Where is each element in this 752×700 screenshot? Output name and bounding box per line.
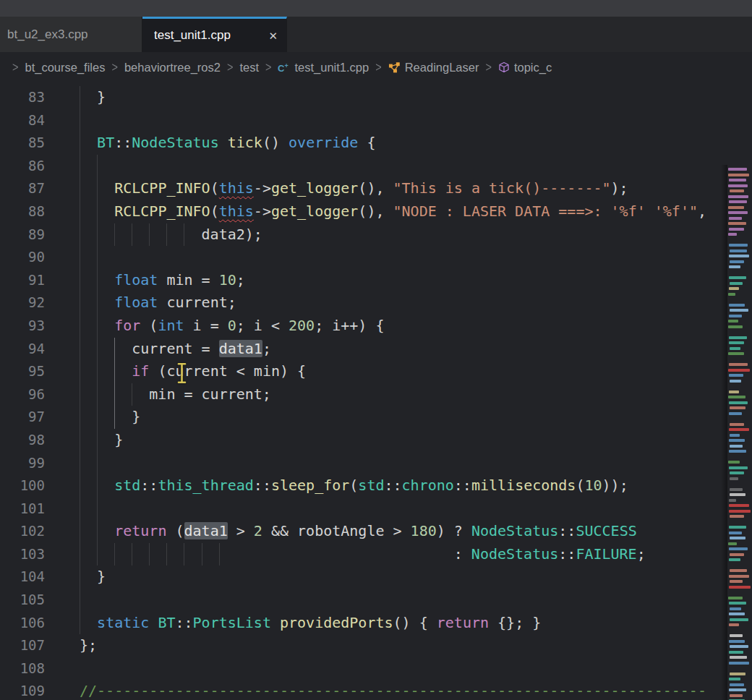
line-number[interactable]: 103	[0, 543, 45, 566]
code-line-104: 104 }	[0, 565, 727, 589]
breadcrumb-item-behaviortree-ros2[interactable]: behaviortree_ros2	[124, 61, 221, 74]
code-line-content[interactable]: min = current;	[45, 383, 727, 406]
line-number[interactable]: 101	[0, 498, 45, 521]
line-number[interactable]: 100	[0, 474, 45, 498]
code-line-content[interactable]: RCLCPP_INFO(this->get_logger(), "This is…	[45, 177, 727, 200]
code-line-content[interactable]: current = data1;	[45, 338, 727, 361]
code-line-content[interactable]: for (int i = 0; i < 200; i++) {	[45, 315, 727, 338]
code-token: ::	[558, 545, 576, 563]
code-line-content[interactable]: : NodeStatus::FAILURE;	[45, 543, 727, 566]
code-line-content[interactable]	[45, 657, 727, 680]
indent-guide	[97, 246, 98, 269]
code-line-content[interactable]: data2);	[45, 223, 727, 247]
code-line-content[interactable]	[45, 589, 727, 612]
breadcrumb-item-topic-c[interactable]: topic_c	[498, 61, 552, 74]
code-line-content[interactable]: if (current < min) {	[45, 360, 727, 383]
minimap-line	[729, 499, 736, 502]
line-number[interactable]: 88	[0, 200, 45, 223]
line-number[interactable]: 96	[0, 383, 45, 406]
code-token: >	[228, 522, 254, 539]
minimap-line	[729, 651, 743, 654]
code-line-105: 105	[0, 589, 727, 612]
code-line-content[interactable]	[45, 498, 727, 521]
indent-guide	[80, 269, 80, 292]
code-token: sleep_for	[271, 477, 349, 494]
code-line-content[interactable]: return (data1 > 2 && robotAngle > 180) ?…	[45, 520, 727, 543]
line-number[interactable]: 92	[0, 291, 45, 315]
code-line-83: 83 }	[0, 86, 727, 109]
breadcrumb-item-readinglaser[interactable]: ReadingLaser	[388, 61, 479, 74]
line-number[interactable]: 102	[0, 520, 45, 543]
code-line-95: 95 if (current < min) {	[0, 360, 727, 383]
indent-guide	[80, 612, 80, 635]
code-line-89: 89 data2);	[0, 223, 727, 247]
minimap-line	[730, 282, 743, 285]
line-number[interactable]: 98	[0, 429, 45, 452]
line-number[interactable]: 86	[0, 155, 45, 178]
line-number[interactable]: 99	[0, 452, 45, 475]
minimap-line	[730, 347, 740, 350]
code-line-content[interactable]: static BT::PortsList providedPorts() { r…	[45, 612, 727, 635]
minimap[interactable]	[727, 165, 752, 700]
code-line-content[interactable]: };	[45, 634, 727, 657]
line-number[interactable]: 105	[0, 589, 45, 612]
indent-guide	[80, 565, 80, 589]
code-line-content[interactable]	[45, 246, 727, 269]
code-line-content[interactable]: std::this_thread::sleep_for(std::chrono:…	[45, 474, 727, 498]
code-token: ::	[140, 477, 158, 494]
indent-guide	[97, 360, 98, 383]
line-number[interactable]: 84	[0, 109, 45, 132]
code-token: 2	[254, 522, 262, 539]
code-token: get_logger	[271, 179, 358, 197]
code-token	[80, 614, 97, 631]
code-token: && robotAngle >	[262, 522, 411, 539]
tab-bt-u2-ex3-cpp[interactable]: bt_u2_ex3.cpp	[0, 17, 142, 52]
code-token: std	[358, 477, 384, 494]
code-token: };	[80, 636, 97, 654]
code-line-content[interactable]	[45, 155, 727, 178]
line-number[interactable]: 95	[0, 360, 45, 383]
line-number[interactable]: 104	[0, 565, 45, 589]
close-icon[interactable]: ✕	[268, 30, 278, 41]
minimap-line	[730, 260, 744, 263]
tab-test-unit1-cpp[interactable]: test_unit1.cpp ✕	[142, 17, 287, 52]
code-token: }	[80, 408, 140, 425]
line-number[interactable]: 97	[0, 406, 45, 429]
code-line-92: 92 float current;	[0, 291, 727, 315]
breadcrumb-item-test[interactable]: test	[239, 61, 259, 74]
indent-guide	[97, 200, 98, 223]
code-token: NodeStatus	[471, 545, 558, 563]
breadcrumb-item-bt-course-files[interactable]: bt_course_files	[25, 61, 105, 74]
breadcrumb-item-test-unit1-cpp[interactable]: C+test_unit1.cpp	[278, 61, 369, 74]
indent-guide	[97, 315, 98, 338]
line-number[interactable]: 93	[0, 315, 45, 338]
code-line-content[interactable]	[45, 109, 727, 132]
minimap-line	[729, 390, 739, 393]
line-number[interactable]: 83	[0, 86, 45, 109]
code-line-content[interactable]: BT::NodeStatus tick() override {	[45, 132, 727, 155]
line-number[interactable]: 107	[0, 634, 45, 657]
code-line-content[interactable]: }	[45, 565, 727, 589]
code-token: NodeStatus	[471, 522, 558, 539]
code-line-content[interactable]: float min = 10;	[45, 269, 727, 292]
line-number[interactable]: 89	[0, 223, 45, 247]
line-number[interactable]: 106	[0, 612, 45, 635]
line-number[interactable]: 109	[0, 680, 45, 700]
code-line-content[interactable]: //--------------------------------------…	[45, 680, 727, 700]
code-line-content[interactable]: }	[45, 429, 727, 452]
line-number[interactable]: 85	[0, 132, 45, 155]
line-number[interactable]: 108	[0, 657, 45, 680]
line-number[interactable]: 90	[0, 246, 45, 269]
code-line-content[interactable]	[45, 452, 727, 475]
code-line-content[interactable]: RCLCPP_INFO(this->get_logger(), "NODE : …	[45, 200, 727, 223]
code-line-content[interactable]: }	[45, 406, 727, 429]
indent-guide	[80, 543, 80, 566]
active-indent-guide	[114, 383, 115, 406]
line-number[interactable]: 87	[0, 177, 45, 200]
minimap-line	[730, 488, 743, 491]
vscode-window: { "colors": { "accent_tab_border": "#379…	[0, 0, 752, 700]
code-line-content[interactable]: float current;	[45, 291, 727, 315]
line-number[interactable]: 91	[0, 269, 45, 292]
line-number[interactable]: 94	[0, 338, 45, 361]
code-line-content[interactable]: }	[45, 86, 727, 109]
